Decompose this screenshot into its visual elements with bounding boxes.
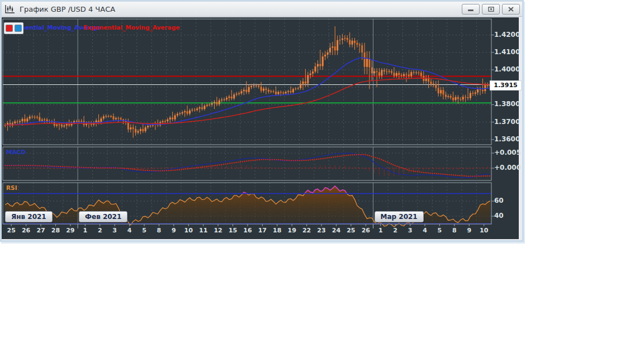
month-tag-feb: Фев 2021: [79, 211, 127, 222]
x-axis-day-label: 16: [240, 227, 255, 234]
x-axis-day-label: 17: [255, 227, 270, 234]
x-axis-day-label: 18: [269, 227, 285, 234]
close-button[interactable]: [502, 4, 520, 15]
x-axis-day-label: 24: [329, 227, 344, 234]
month-tag-mar: Мар 2021: [375, 211, 424, 222]
x-axis-day-label: 11: [196, 227, 211, 234]
price-axis-label: 1.4200: [494, 31, 520, 39]
title-bar[interactable]: График GBP /USD 4 ЧАСА: [2, 2, 522, 17]
price-axis-label: 1.3600: [494, 135, 520, 143]
x-axis-day-label: 9: [462, 227, 477, 234]
x-axis-day-label: 15: [225, 227, 240, 234]
current-price-tag: 1.3915: [490, 80, 522, 90]
x-axis-day-label: 8: [447, 227, 462, 234]
restore-icon: [488, 7, 494, 12]
x-axis-day-label: 5: [432, 227, 447, 234]
price-axis-label: 1.4000: [494, 65, 520, 73]
x-axis-day-label: 28: [48, 227, 63, 234]
window-title: График GBP /USD 4 ЧАСА: [20, 5, 115, 13]
restore-button[interactable]: [482, 4, 500, 15]
x-axis-ticks: [11, 224, 484, 226]
x-axis-day-label: 2: [388, 227, 403, 234]
x-axis-day-label: 2: [92, 227, 107, 234]
x-axis-day-label: 29: [63, 227, 78, 234]
macd-axis-label: +0.000: [494, 164, 521, 172]
macd-pane-label: MACD: [6, 149, 26, 155]
x-axis-day-label: 5: [136, 227, 151, 234]
x-axis-day-label: 27: [34, 227, 49, 234]
price-axis-label: 1.3700: [494, 118, 520, 126]
x-axis-day-label: 26: [358, 227, 373, 234]
minimize-button[interactable]: [462, 4, 480, 15]
rsi-axis-label: 60: [494, 197, 504, 204]
x-axis-day-label: 8: [151, 227, 167, 234]
minimize-icon: [467, 7, 474, 12]
x-axis-day-label: 12: [211, 227, 226, 234]
chart-client-area[interactable]: Exponential_Moving_Average Exponential_M…: [2, 17, 519, 239]
pane-border: [3, 19, 491, 145]
x-axis-day-label: 3: [107, 227, 122, 234]
indicator-swatch-box[interactable]: [4, 22, 23, 34]
legend-ema-slow-label: Exponential_Moving_Average: [83, 24, 179, 31]
x-axis-day-label: 4: [417, 227, 432, 234]
close-icon: [508, 7, 514, 12]
x-axis-day-label: 9: [166, 227, 181, 234]
x-axis-day-label: 4: [122, 227, 137, 234]
chart-icon: [5, 4, 15, 13]
price-axis-label: 1.3800: [494, 100, 520, 108]
red-indicator-swatch[interactable]: [6, 25, 13, 32]
rsi-pane-label: RSI: [6, 184, 17, 191]
x-axis-day-label: 19: [285, 227, 300, 234]
x-axis-day-label: 25: [343, 227, 358, 234]
x-axis-day-label: 10: [181, 227, 196, 234]
x-axis-day-label: 22: [299, 227, 314, 234]
x-axis-day-label: 23: [314, 227, 329, 234]
x-axis-day-label: 26: [18, 227, 34, 234]
rsi-axis-label: 40: [494, 212, 504, 220]
x-axis-day-label: 3: [402, 227, 418, 234]
x-axis-day-label: 1: [78, 227, 93, 234]
x-axis-day-label: 1: [373, 227, 388, 234]
x-axis-day-label: 10: [476, 227, 491, 234]
price-axis-label: 1.4100: [494, 48, 520, 56]
blue-indicator-swatch[interactable]: [15, 25, 22, 32]
x-axis-day-label: 25: [4, 227, 19, 234]
chart-canvas: [2, 17, 519, 239]
price-axis-ticks: [491, 35, 494, 216]
candlesticks: [4, 26, 491, 138]
chart-window: График GBP /USD 4 ЧАСА Exponential_Movin…: [0, 0, 524, 242]
macd-axis-label: +0.005: [494, 149, 521, 156]
month-tag-jan: Янв 2021: [5, 211, 53, 222]
